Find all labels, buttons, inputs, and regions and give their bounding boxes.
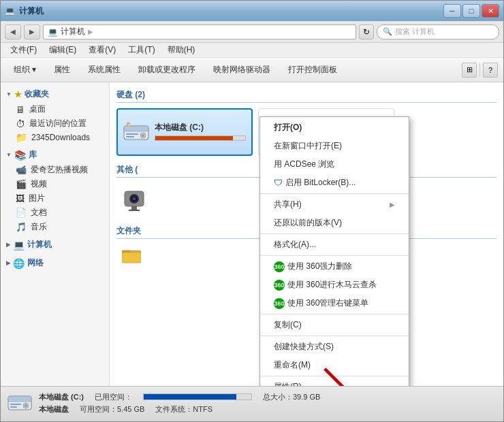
ctx-acdsee-label: 用 ACDSee 浏览 [274, 159, 334, 170]
svg-rect-29 [10, 404, 21, 405]
svg-text:W: W [127, 123, 130, 127]
documents-icon: 📄 [16, 208, 27, 218]
menu-help[interactable]: 帮助(H) [162, 43, 201, 57]
computer-arrow: ▶ [6, 242, 10, 248]
search-icon: 🔍 [383, 27, 392, 36]
sidebar-item-desktop[interactable]: 🖥 桌面 [1, 102, 109, 116]
svg-point-3 [142, 134, 144, 137]
toolbar-uninstall[interactable]: 卸载或更改程序 [131, 61, 203, 80]
menu-tools[interactable]: 工具(T) [123, 43, 160, 57]
ctx-360-delete-label: 使用 360强力删除 [287, 261, 352, 272]
search-field[interactable]: 🔍 搜索 计算机 [377, 25, 499, 39]
sidebar-item-music[interactable]: 🎵 音乐 [1, 220, 109, 234]
ctx-properties[interactable]: 属性(R) [260, 378, 409, 386]
library-icon: 📚 [14, 150, 26, 161]
ctx-open[interactable]: 打开(O) [260, 118, 409, 137]
sidebar-item-video[interactable]: 🎬 视频 [1, 177, 109, 191]
view-toggle[interactable]: ⊞ [462, 63, 477, 78]
svg-rect-22 [122, 253, 141, 263]
status-drive-icon [7, 391, 32, 417]
minimize-button[interactable]: ─ [443, 4, 461, 18]
ctx-rename[interactable]: 重命名(M) [260, 356, 409, 374]
status-total: 总大小：39.9 GB [263, 392, 320, 402]
toolbar-control-panel[interactable]: 打开控制面板 [281, 61, 345, 80]
address-field[interactable]: 💻 计算机 ▶ [43, 25, 356, 39]
maximize-button[interactable]: □ [462, 4, 480, 18]
network-label: 网络 [27, 257, 44, 269]
ctx-restore-label: 还原以前的版本(V) [274, 217, 342, 229]
svg-rect-30 [10, 406, 17, 408]
toolbar-system-properties[interactable]: 系统属性 [80, 61, 128, 80]
window: 💻 计算机 ─ □ ✕ ◀ ▶ 💻 计算机 ▶ ↻ 🔍 搜索 计算机 文件(F)… [0, 0, 504, 422]
svg-rect-1 [124, 126, 148, 131]
status-drive-name-2: 本地磁盘 [39, 404, 69, 415]
menu-view[interactable]: 查看(V) [83, 43, 121, 57]
address-text: 计算机 [61, 26, 85, 37]
svg-rect-19 [129, 210, 140, 211]
ctx-360-manage[interactable]: 360 使用 360管理右键菜单 [260, 294, 409, 312]
menu-file[interactable]: 文件(F) [5, 43, 42, 57]
sidebar-item-documents[interactable]: 📄 文档 [1, 206, 109, 220]
help-button[interactable]: ? [483, 63, 498, 78]
status-bar-container [143, 393, 252, 400]
360-scan-icon: 360 [274, 280, 285, 291]
svg-rect-26 [8, 396, 31, 402]
ctx-share[interactable]: 共享(H) ▶ [260, 195, 409, 214]
status-fs: 文件系统：NTFS [155, 404, 212, 415]
other-header-text: 其他 ( [116, 165, 138, 174]
status-hdd-icon [7, 391, 32, 415]
other-device[interactable] [116, 186, 152, 216]
sidebar-item-iqiyi[interactable]: 📹 爱奇艺热播视频 [1, 163, 109, 177]
sidebar-item-recent[interactable]: ⏱ 最近访问的位置 [1, 116, 109, 131]
sidebar-item-downloads[interactable]: 📁 2345Downloads [1, 131, 109, 144]
iqiyi-label: 爱奇艺热播视频 [31, 164, 88, 176]
files-header-text: 文件夹 [116, 226, 141, 236]
ctx-360-scan[interactable]: 360 使用 360进行木马云查杀 [260, 276, 409, 294]
music-icon: 🎵 [16, 222, 27, 232]
sidebar-header-library[interactable]: ▼ 📚 库 [1, 147, 109, 163]
ctx-open-new-window[interactable]: 在新窗口中打开(E) [260, 137, 409, 155]
toolbar-organize[interactable]: 组织 ▾ [6, 61, 44, 80]
svg-rect-4 [126, 133, 138, 135]
status-row-2: 本地磁盘 可用空间：5.45 GB 文件系统：NTFS [39, 404, 497, 415]
ctx-360-delete[interactable]: 360 使用 360强力删除 [260, 257, 409, 276]
iqiyi-icon: 📹 [16, 165, 27, 175]
ctx-restore[interactable]: 还原以前的版本(V) [260, 214, 409, 232]
back-button[interactable]: ◀ [5, 25, 21, 39]
drive-c-name: 本地磁盘 (C:) [155, 122, 246, 133]
documents-label: 文档 [31, 207, 47, 218]
sidebar: ▼ ★ 收藏夹 🖥 桌面 ⏱ 最近访问的位置 📁 2345Downloads [1, 82, 110, 386]
ctx-sep-2 [260, 233, 409, 234]
main-content: ▼ ★ 收藏夹 🖥 桌面 ⏱ 最近访问的位置 📁 2345Downloads [1, 82, 503, 386]
drive-c[interactable]: W 本地磁盘 (C:) [116, 108, 253, 156]
close-button[interactable]: ✕ [482, 4, 499, 18]
sidebar-header-network[interactable]: ▶ 🌐 网络 [1, 255, 109, 271]
toolbar-properties[interactable]: 属性 [46, 61, 78, 80]
ctx-shortcut[interactable]: 创建快捷方式(S) [260, 338, 409, 356]
ctx-shortcut-label: 创建快捷方式(S) [274, 341, 334, 353]
ctx-acdsee[interactable]: 用 ACDSee 浏览 [260, 155, 409, 174]
sidebar-header-computer[interactable]: ▶ 💻 计算机 [1, 237, 109, 253]
ctx-format[interactable]: 格式化(A)... [260, 236, 409, 254]
ctx-bitlocker[interactable]: 🛡 启用 BitLocker(B)... [260, 174, 409, 192]
status-bar: 本地磁盘 (C:) 已用空间： 总大小：39.9 GB 本地磁盘 可用空间：5.… [1, 386, 503, 421]
forward-button[interactable]: ▶ [24, 25, 40, 39]
library-label: 库 [29, 149, 37, 161]
drive-c-bar-container [155, 135, 246, 141]
sidebar-item-pictures[interactable]: 🖼 图片 [1, 191, 109, 206]
downloads-icon: 📁 [16, 132, 27, 143]
sidebar-header-favorites[interactable]: ▼ ★ 收藏夹 [1, 86, 109, 102]
status-drive-name: 本地磁盘 (C:) [39, 392, 84, 402]
360-manage-icon: 360 [274, 298, 285, 309]
ctx-share-label: 共享(H) [274, 199, 302, 210]
refresh-button[interactable]: ↻ [359, 25, 374, 39]
computer-label: 计算机 [27, 239, 52, 250]
menu-edit[interactable]: 编辑(E) [44, 43, 82, 57]
ctx-copy-label: 复制(C) [274, 319, 302, 331]
status-free: 可用空间：5.45 GB [80, 404, 144, 415]
desktop-label: 桌面 [29, 103, 46, 115]
recent-label: 最近访问的位置 [29, 118, 86, 129]
toolbar-map-drive[interactable]: 映射网络驱动器 [206, 61, 278, 80]
address-bar: ◀ ▶ 💻 计算机 ▶ ↻ 🔍 搜索 计算机 [1, 21, 503, 43]
ctx-copy[interactable]: 复制(C) [260, 316, 409, 334]
